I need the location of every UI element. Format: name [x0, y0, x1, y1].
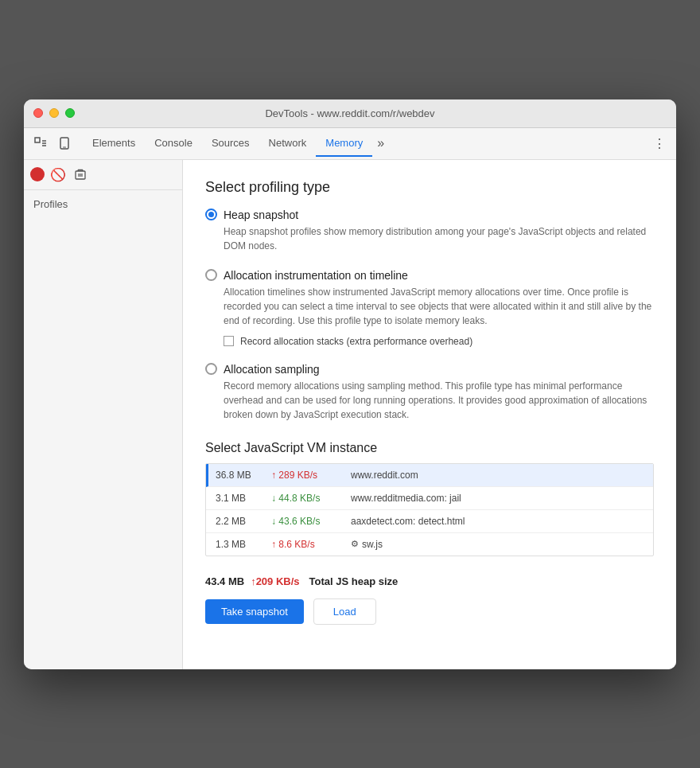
close-button[interactable]	[33, 108, 43, 118]
maximize-button[interactable]	[65, 108, 75, 118]
vm-row-0[interactable]: 36.8 MB ↑ 289 KB/s www.reddit.com	[206, 464, 653, 487]
arrow-up-0: ↑	[271, 470, 276, 481]
profiling-options: Heap snapshot Heap snapshot profiles sho…	[205, 209, 654, 422]
checkbox-row-stacks: Record allocation stacks (extra performa…	[224, 336, 654, 347]
sidebar-toolbar: 🚫	[24, 160, 182, 190]
action-row: Take snapshot Load	[205, 598, 654, 625]
vm-speed-1: ↓ 44.8 KB/s	[271, 493, 351, 504]
mobile-icon[interactable]	[54, 133, 75, 154]
profiles-label: Profiles	[24, 190, 182, 213]
option-heap-snapshot: Heap snapshot Heap snapshot profiles sho…	[205, 209, 654, 253]
tab-network[interactable]: Network	[259, 131, 317, 157]
vm-size-1: 3.1 MB	[216, 493, 271, 504]
vm-name-1: www.redditmedia.com: jail	[351, 493, 644, 504]
vm-size-3: 1.3 MB	[216, 539, 271, 550]
vm-speed-0: ↑ 289 KB/s	[271, 470, 351, 481]
profiling-type-title: Select profiling type	[205, 179, 654, 196]
label-allocation-sampling[interactable]: Allocation sampling	[224, 363, 320, 376]
load-button[interactable]: Load	[313, 598, 376, 625]
record-button[interactable]	[30, 167, 45, 181]
sidebar: 🚫 Profiles	[24, 160, 183, 669]
main-panel: Select profiling type Heap snapshot Heap…	[183, 160, 676, 669]
take-snapshot-button[interactable]: Take snapshot	[205, 599, 304, 624]
vm-name-0: www.reddit.com	[351, 470, 644, 481]
total-size: 43.4 MB	[205, 575, 244, 587]
desc-allocation-sampling: Record memory allocations using sampling…	[224, 379, 654, 422]
vm-table: 36.8 MB ↑ 289 KB/s www.reddit.com 3.1 MB…	[205, 463, 654, 556]
clear-button[interactable]: 🚫	[49, 166, 67, 183]
label-heap-snapshot[interactable]: Heap snapshot	[224, 209, 298, 221]
radio-heap-snapshot[interactable]	[205, 209, 217, 220]
label-allocation-instrumentation[interactable]: Allocation instrumentation on timeline	[224, 269, 408, 282]
arrow-down-1: ↓	[271, 493, 276, 504]
vm-name-3: ⚙ sw.js	[351, 539, 644, 550]
total-label: Total JS heap size	[309, 575, 399, 587]
checkbox-stacks-label: Record allocation stacks (extra performa…	[240, 336, 472, 347]
titlebar: DevTools - www.reddit.com/r/webdev	[24, 99, 676, 128]
vm-speed-2: ↓ 43.6 KB/s	[271, 516, 351, 527]
radio-allocation-sampling[interactable]	[205, 363, 217, 375]
tab-sources[interactable]: Sources	[202, 131, 259, 157]
vm-row-1[interactable]: 3.1 MB ↓ 44.8 KB/s www.redditmedia.com: …	[206, 487, 653, 510]
footer-stats: 43.4 MB ↑209 KB/s Total JS heap size	[205, 569, 654, 598]
option-heap-header: Heap snapshot	[205, 209, 654, 221]
traffic-lights	[33, 108, 75, 118]
desc-allocation-instrumentation: Allocation timelines show instrumented J…	[224, 285, 654, 328]
option-allocation-instrumentation: Allocation instrumentation on timeline A…	[205, 269, 654, 347]
tab-elements[interactable]: Elements	[83, 131, 145, 157]
vm-size-2: 2.2 MB	[216, 516, 271, 527]
total-speed: ↑209 KB/s	[251, 575, 299, 587]
vm-name-2: aaxdetect.com: detect.html	[351, 516, 644, 527]
vm-section-title: Select JavaScript VM instance	[205, 441, 654, 455]
option-allocation-sampling: Allocation sampling Record memory alloca…	[205, 363, 654, 422]
gear-icon: ⚙	[351, 539, 359, 549]
tab-memory[interactable]: Memory	[316, 131, 372, 157]
tab-console[interactable]: Console	[145, 131, 202, 157]
option-alloc-header: Allocation instrumentation on timeline	[205, 269, 654, 282]
nav-tabs: Elements Console Sources Network Memory …	[83, 131, 648, 157]
vm-size-0: 36.8 MB	[216, 470, 271, 481]
radio-allocation-instrumentation[interactable]	[205, 269, 217, 281]
vm-row-2[interactable]: 2.2 MB ↓ 43.6 KB/s aaxdetect.com: detect…	[206, 510, 653, 533]
inspect-icon[interactable]	[30, 133, 51, 154]
window-title: DevTools - www.reddit.com/r/webdev	[265, 107, 434, 119]
svg-rect-0	[35, 138, 40, 142]
arrow-down-2: ↓	[271, 516, 276, 527]
vm-speed-3: ↑ 8.6 KB/s	[271, 539, 351, 550]
more-tabs-button[interactable]: »	[372, 136, 389, 150]
content-area: 🚫 Profiles Select profiling type	[24, 160, 676, 669]
vm-row-3[interactable]: 1.3 MB ↑ 8.6 KB/s ⚙ sw.js	[206, 533, 653, 556]
nav-toolbar: Elements Console Sources Network Memory …	[24, 128, 676, 160]
minimize-button[interactable]	[49, 108, 59, 118]
checkbox-allocation-stacks[interactable]	[224, 336, 234, 346]
option-sampling-header: Allocation sampling	[205, 363, 654, 376]
devtools-window: DevTools - www.reddit.com/r/webdev Ele	[24, 99, 676, 669]
svg-rect-5	[63, 147, 66, 148]
toolbar-icons	[30, 133, 75, 154]
arrow-up-3: ↑	[271, 539, 276, 550]
devtools-menu-button[interactable]: ⋮	[649, 133, 670, 154]
delete-button[interactable]	[72, 166, 89, 183]
desc-heap-snapshot: Heap snapshot profiles show memory distr…	[224, 224, 654, 253]
